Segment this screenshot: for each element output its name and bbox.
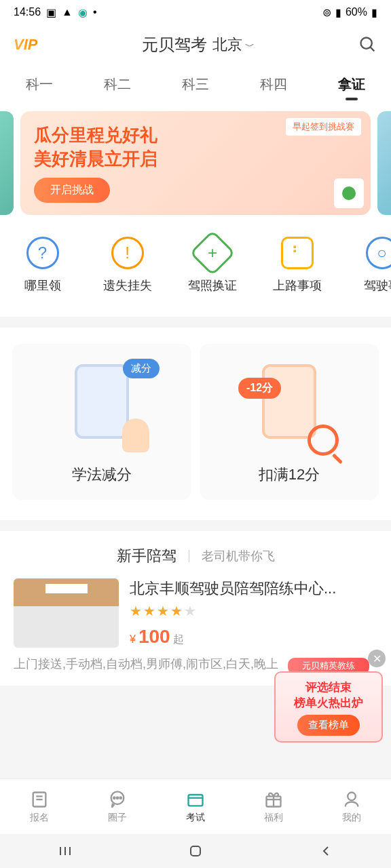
banner-main[interactable]: 早起签到挑战赛 瓜分里程兑好礼 美好清晨立开启 开启挑战	[20, 111, 371, 215]
app-icon: ◉	[78, 6, 88, 19]
cards-row: 减分 学法减分 -12分 扣满12分	[0, 328, 391, 520]
svg-point-7	[117, 797, 118, 798]
nav-signup[interactable]: 报名	[0, 779, 78, 834]
card-full-12[interactable]: -12分 扣满12分	[200, 344, 379, 500]
svg-point-8	[119, 797, 121, 798]
banner-line2: 美好清晨立开启	[34, 147, 357, 171]
qa-lost[interactable]: ! 遗失挂失	[85, 237, 170, 294]
tab-ke3[interactable]: 科三	[156, 65, 234, 103]
qa-drive[interactable]: ○ 驾驶事	[339, 237, 391, 294]
svg-line-1	[371, 47, 375, 52]
tab-ke1[interactable]: 科一	[0, 65, 78, 103]
banner-prev[interactable]	[0, 111, 14, 215]
hand-icon	[122, 418, 149, 452]
battery-text: 60%	[346, 6, 367, 18]
tab-nazheng[interactable]: 拿证	[313, 65, 391, 103]
banner-tag: 早起签到挑战赛	[286, 118, 361, 136]
qa-road[interactable]: ⠃ 上路事项	[255, 237, 339, 294]
star-icon: ★	[143, 603, 155, 619]
star-icon: ★	[130, 603, 142, 619]
nav-exam[interactable]: 考试	[156, 779, 234, 834]
listing-title: 北京丰顺驾驶员陪驾陪练中心...	[130, 578, 377, 599]
svg-point-14	[348, 792, 356, 800]
close-icon[interactable]: ✕	[368, 650, 386, 667]
tab-ke2[interactable]: 科二	[78, 65, 156, 103]
system-nav	[0, 834, 391, 868]
plus-icon: +	[189, 230, 236, 276]
warning-icon: ▲	[62, 6, 73, 18]
card-learn-reduce[interactable]: 减分 学法减分	[12, 344, 191, 500]
square-icon: ⠃	[281, 237, 314, 269]
back-button[interactable]	[318, 843, 334, 859]
circle-icon: ○	[366, 237, 392, 269]
phone-icon	[262, 364, 316, 439]
section-header: 新手陪驾 老司机带你飞	[0, 531, 391, 578]
banner-button[interactable]: 开启挑战	[34, 178, 110, 203]
header: VIP 元贝驾考 北京 ﹀	[0, 24, 391, 65]
divider	[189, 550, 189, 562]
app-title: 元贝驾考	[142, 34, 207, 56]
tab-ke4[interactable]: 科四	[235, 65, 313, 103]
star-icon: ★	[157, 603, 169, 619]
nav-mine[interactable]: 我的	[313, 779, 391, 834]
section-title: 新手陪驾	[117, 546, 176, 566]
status-bar: 14:56 ▣ ▲ ◉ • ⊚ ▮ 60% ▮	[0, 0, 391, 24]
battery-icon: ▮	[371, 6, 377, 19]
nav-circle[interactable]: 圈子	[78, 779, 156, 834]
float-promo[interactable]: ✕ 元贝精英教练 评选结束 榜单火热出炉 查看榜单	[274, 658, 383, 753]
question-icon: ?	[26, 237, 59, 269]
svg-point-0	[361, 38, 372, 49]
svg-rect-9	[189, 795, 203, 806]
qa-renew[interactable]: + 驾照换证	[170, 237, 255, 294]
banner-next[interactable]	[377, 111, 391, 215]
svg-point-6	[113, 797, 115, 798]
minus12-badge: -12分	[238, 378, 281, 399]
qa-where[interactable]: ? 哪里领	[0, 237, 85, 294]
status-time: 14:56	[14, 6, 41, 18]
star-icon: ★	[170, 603, 183, 619]
location-selector[interactable]: 北京 ﹀	[212, 35, 255, 55]
search-icon[interactable]	[358, 35, 377, 54]
vip-badge[interactable]: VIP	[14, 36, 37, 54]
gift-icon	[264, 790, 283, 809]
banner-carousel[interactable]: 早起签到挑战赛 瓜分里程兑好礼 美好清晨立开启 开启挑战	[0, 103, 391, 223]
rating-stars: ★ ★ ★ ★ ★	[130, 603, 377, 619]
phone-icon	[75, 364, 129, 439]
chat-icon	[108, 790, 127, 809]
reduce-badge: 减分	[123, 359, 160, 378]
wifi-icon: ⊚	[322, 6, 331, 19]
star-icon: ★	[184, 603, 196, 619]
svg-rect-18	[191, 846, 200, 856]
image-icon: ▣	[46, 6, 56, 19]
listing-image	[14, 578, 119, 648]
price: ¥ 100 起	[130, 626, 377, 648]
quick-actions: ? 哪里领 ! 遗失挂失 + 驾照换证 ⠃ 上路事项 ○ 驾驶事	[0, 223, 391, 317]
wallet-icon	[186, 790, 205, 809]
user-icon	[342, 790, 361, 809]
exclaim-icon: !	[111, 237, 144, 269]
bottom-nav: 报名 圈子 考试 福利 我的	[0, 778, 391, 834]
nav-welfare[interactable]: 福利	[235, 779, 313, 834]
recent-button[interactable]	[57, 843, 73, 859]
magnifier-icon	[308, 425, 339, 456]
home-button[interactable]	[187, 843, 204, 859]
tab-bar: 科一 科二 科三 科四 拿证	[0, 65, 391, 103]
signal-icon: ▮	[335, 6, 341, 19]
float-button[interactable]: 查看榜单	[297, 715, 360, 736]
calendar-icon	[334, 178, 364, 208]
chevron-down-icon: ﹀	[242, 41, 255, 52]
section-sub: 老司机带你飞	[202, 548, 275, 564]
dot-icon: •	[93, 6, 97, 18]
signup-icon	[30, 790, 49, 809]
